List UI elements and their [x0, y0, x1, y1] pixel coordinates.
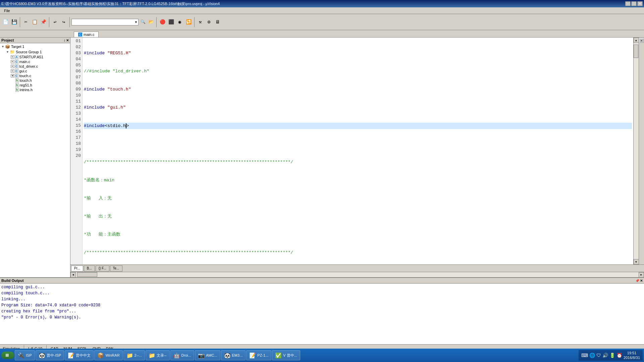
- taskbar-item2[interactable]: 📁 2--...: [123, 350, 145, 360]
- expand-mainc: +: [11, 60, 14, 63]
- scroll-left-button[interactable]: ◀: [70, 272, 76, 278]
- right-scrollbar[interactable]: ▲ ▼: [633, 38, 639, 264]
- cut-button[interactable]: ✂: [22, 18, 30, 26]
- tree-guic[interactable]: + C gui.c: [1, 69, 69, 73]
- taskbar-isp[interactable]: 🔌 ISP: [15, 350, 35, 360]
- build-output-pin[interactable]: 📌: [635, 279, 639, 283]
- folder-icon-sourcegroup1: 📁: [10, 50, 15, 54]
- code-line-04: #include "gui.h": [84, 105, 632, 111]
- code-line-11: *功 能：主函数: [84, 232, 632, 238]
- redo-button[interactable]: ↪: [60, 18, 68, 26]
- tray-time-icon[interactable]: ⏰: [616, 353, 622, 358]
- tree-lcddriver[interactable]: + C lcd_driver.c: [1, 64, 69, 69]
- tab-templates[interactable]: Te...: [110, 265, 122, 272]
- taskbar-pzisp[interactable]: 🐼 普中-ISP: [36, 350, 64, 360]
- tab-mainc[interactable]: C main.c: [74, 32, 99, 37]
- project-tree: ▼ 📦 Target 1 ▼ 📁 Source Group 1 + A STAR…: [0, 43, 70, 93]
- tray-keyboard-icon[interactable]: ⌨: [581, 353, 588, 358]
- titlebar: E:\普中HC6800-EM3 V3.0开发板资料\5--实验程序\基础实验例程…: [0, 0, 644, 7]
- taskbar-pz1[interactable]: 📝 PZ-1...: [246, 350, 271, 360]
- build-line-3: linking...: [1, 296, 643, 302]
- tree-touchc[interactable]: ▼ C touch.c: [1, 73, 69, 78]
- start-button[interactable]: ⊞: [1, 352, 14, 359]
- tree-touchh[interactable]: h touch.h: [1, 78, 69, 83]
- build-button[interactable]: 🔴: [158, 18, 166, 26]
- tray-sound-icon[interactable]: 🔊: [602, 353, 608, 358]
- scroll-down-button[interactable]: ▼: [634, 259, 639, 264]
- line-num-16: 16: [72, 129, 81, 135]
- tray-shield-icon[interactable]: 🛡: [596, 353, 601, 358]
- tree-label-touchc: touch.c: [19, 74, 31, 78]
- tree-intrinsh[interactable]: h intrins.h: [1, 87, 69, 92]
- stop-button[interactable]: ⬛: [167, 18, 175, 26]
- open-button[interactable]: 📂: [147, 19, 155, 25]
- editor-close-area: ✕: [639, 38, 644, 264]
- expand-lcddriver: +: [11, 65, 14, 68]
- monitor-button[interactable]: 🖥: [214, 18, 222, 26]
- tray-network-icon[interactable]: 🌐: [589, 353, 595, 358]
- line-num-20: 20: [72, 153, 81, 159]
- tab-project[interactable]: Pr...: [71, 265, 83, 272]
- taskbar-wenlu[interactable]: 📁 文录--: [146, 350, 169, 360]
- code-editor[interactable]: 01 02 03 04 05 06 07 08 09 10 11 12 13 1…: [70, 38, 633, 264]
- project-close-button[interactable]: ✕: [66, 39, 69, 42]
- code-content[interactable]: #include "REG51.H" //#include "lcd_drive…: [83, 38, 633, 264]
- main-area: Project ↕ ✕ ▼ 📦 Target 1 ▼ 📁 Source Grou…: [0, 38, 644, 277]
- toolbar-dropdown[interactable]: ▼: [71, 19, 139, 25]
- scroll-right-button[interactable]: ▶: [639, 272, 644, 278]
- taskbar-amc[interactable]: 📷 AMC...: [195, 350, 220, 360]
- project-collapse-button[interactable]: ↕: [64, 39, 65, 42]
- taskbar-em3[interactable]: 🐼 EM3...: [221, 350, 246, 360]
- tree-target1[interactable]: ▼ 📦 Target 1: [1, 44, 69, 49]
- settings-button[interactable]: ⚒: [196, 18, 204, 26]
- horizontal-scrollbar[interactable]: ◀ ▶: [70, 272, 644, 277]
- taskbar-winrar[interactable]: 📦 WinRAR: [94, 350, 122, 360]
- tree-label-touchh: touch.h: [20, 78, 32, 82]
- maximize-button[interactable]: □: [631, 1, 637, 6]
- minimize-button[interactable]: −: [625, 1, 631, 6]
- search-button[interactable]: 🔍: [139, 19, 147, 25]
- file-icon-touchc: C: [15, 74, 18, 78]
- hscroll-thumb[interactable]: [77, 272, 97, 277]
- taskbar-droi[interactable]: 🤖 Droi...: [170, 350, 194, 360]
- toolbar-separator-4: [156, 17, 157, 27]
- tray-battery-icon[interactable]: 🔋: [609, 353, 615, 358]
- scroll-thumb[interactable]: [634, 45, 638, 58]
- new-file-button[interactable]: 📄: [1, 18, 9, 26]
- undo-button[interactable]: ↩: [51, 18, 59, 26]
- tree-startup[interactable]: + A STARTUP.A51: [1, 55, 69, 59]
- tab-functions[interactable]: {} F...: [96, 265, 109, 272]
- save-button[interactable]: 💾: [10, 18, 18, 26]
- tree-mainc[interactable]: + C main.c: [1, 59, 69, 64]
- copy-button[interactable]: 📋: [31, 18, 39, 26]
- file-icon-reg51h: h: [15, 83, 19, 87]
- line-num-02: 02: [72, 44, 81, 50]
- build-output-close[interactable]: ✕: [640, 279, 643, 283]
- target1-icon: 📦: [5, 44, 10, 49]
- tab-books[interactable]: B...: [84, 265, 95, 272]
- rebuild-button[interactable]: 🔁: [184, 18, 193, 26]
- taskbar-item2-label: 2--...: [135, 353, 142, 357]
- expand-icon-target1: ▼: [1, 45, 4, 48]
- hscroll-track[interactable]: [76, 272, 639, 277]
- scroll-up-button[interactable]: ▲: [634, 38, 639, 43]
- line-num-12: 12: [72, 105, 81, 111]
- scroll-track[interactable]: [634, 43, 639, 259]
- tree-label-startup: STARTUP.A51: [19, 55, 44, 59]
- tree-sourcegroup1[interactable]: ▼ 📁 Source Group 1: [1, 49, 69, 55]
- file-icon-intrinsh: h: [15, 88, 19, 92]
- debug-button[interactable]: ◉: [176, 18, 184, 26]
- close-button[interactable]: ✕: [637, 1, 643, 6]
- build-output-content: compiling gui.c... compiling touch.c... …: [0, 284, 644, 321]
- menu-file[interactable]: File: [1, 8, 13, 13]
- options-button[interactable]: ⚙: [205, 18, 213, 26]
- tree-reg51h[interactable]: h reg51.h: [1, 83, 69, 87]
- editor-close-button[interactable]: ✕: [639, 38, 644, 43]
- taskbar-pzzh2[interactable]: ✅ V 普中...: [272, 350, 300, 360]
- tab-label: main.c: [84, 33, 94, 37]
- code-line-02: //#include "lcd_driver.h": [84, 68, 632, 74]
- taskbar-pzzh[interactable]: 📝 普中中文: [65, 350, 94, 360]
- code-line-01: #include "REG51.H": [84, 50, 632, 56]
- paste-button[interactable]: 📌: [39, 18, 47, 26]
- taskbar-pzzh-label: 普中中文: [76, 353, 91, 358]
